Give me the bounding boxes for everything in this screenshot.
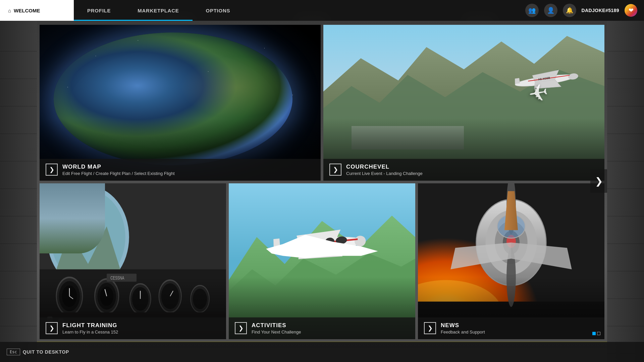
flight-training-label: ❯ FLIGHT TRAINING Learn to Fly in a Cess… — [40, 317, 226, 339]
svg-point-48 — [319, 241, 336, 250]
courchevel-title: COURCHEVEL — [346, 164, 423, 170]
hangar-left-wall — [0, 21, 37, 362]
bell-icon: 🔔 — [566, 7, 573, 14]
username-display: DADJOKE#5189 — [582, 8, 619, 13]
dot-1[interactable] — [592, 332, 596, 335]
bottom-bar: Esc QUIT TO DESKTOP — [0, 342, 644, 362]
flight-training-subtitle: Learn to Fly in a Cessna 152 — [62, 329, 118, 335]
chevron-right-icon: ❯ — [595, 176, 603, 187]
news-card[interactable]: ❯ NEWS Feedback and Support — [418, 183, 604, 339]
next-page-arrow[interactable]: ❯ — [590, 169, 607, 193]
flight-training-card[interactable]: CESSNA ❯ FLIGHT TRAINING Learn to Fly in… — [40, 183, 226, 339]
courchevel-label: ❯ COURCHEVEL Current Live Event - Landin… — [323, 159, 604, 181]
news-text: NEWS Feedback and Support — [441, 322, 485, 335]
world-map-subtitle: Edit Free Flight / Create Flight Plan / … — [62, 171, 175, 176]
nav-options-label: OPTIONS — [206, 8, 230, 13]
esc-key[interactable]: Esc — [7, 349, 20, 355]
courchevel-subtitle: Current Live Event - Landing Challenge — [346, 171, 423, 176]
activities-text: ACTIVITIES Find Your Next Challenge — [252, 322, 301, 335]
notifications-icon-button[interactable]: 🔔 — [563, 4, 576, 17]
svg-point-58 — [506, 183, 516, 234]
activities-subtitle: Find Your Next Challenge — [252, 329, 301, 335]
dot-2[interactable] — [597, 332, 600, 335]
nav-profile-tab[interactable]: PROFILE — [74, 0, 124, 21]
nav-welcome-tab[interactable]: ⌂ WELCOME — [0, 0, 74, 21]
profile-icon-button[interactable]: 👤 — [544, 4, 557, 17]
world-map-arrow-icon: ❯ — [46, 164, 58, 176]
courchevel-text: COURCHEVEL Current Live Event - Landing … — [346, 164, 423, 176]
nav-welcome-label: WELCOME — [14, 8, 40, 13]
quit-to-desktop-label: QUIT TO DESKTOP — [23, 349, 69, 355]
avatar[interactable]: ❤ — [625, 4, 637, 17]
flight-training-title: FLIGHT TRAINING — [62, 322, 118, 329]
nav-profile-label: PROFILE — [87, 8, 111, 13]
svg-marker-6 — [514, 78, 520, 84]
bottom-row: CESSNA ❯ FLIGHT TRAINING Learn to Fly in… — [40, 183, 604, 339]
top-navigation: ⌂ WELCOME PROFILE MARKETPLACE OPTIONS 👥 … — [0, 0, 644, 21]
nav-marketplace-label: MARKETPLACE — [138, 8, 179, 13]
world-map-card[interactable]: ❯ WORLD MAP Edit Free Flight / Create Fl… — [40, 25, 321, 181]
users-icon: 👥 — [528, 7, 536, 14]
activities-card[interactable]: ❯ ACTIVITIES Find Your Next Challenge — [229, 183, 415, 339]
user-icon: 👤 — [547, 7, 554, 14]
main-content: ❯ WORLD MAP Edit Free Flight / Create Fl… — [37, 21, 607, 342]
hangar-right-wall — [607, 21, 644, 362]
avatar-icon: ❤ — [629, 7, 634, 14]
flight-training-arrow-icon: ❯ — [46, 322, 58, 334]
flight-training-text: FLIGHT TRAINING Learn to Fly in a Cessna… — [62, 322, 118, 335]
news-arrow-icon: ❯ — [424, 322, 436, 334]
world-map-label: ❯ WORLD MAP Edit Free Flight / Create Fl… — [40, 159, 321, 181]
nav-marketplace-tab[interactable]: MARKETPLACE — [124, 0, 192, 21]
activities-arrow-icon: ❯ — [235, 322, 247, 334]
pagination-dots — [592, 332, 600, 335]
news-title: NEWS — [441, 322, 485, 329]
svg-marker-43 — [273, 238, 280, 249]
world-map-title: WORLD MAP — [62, 164, 175, 170]
news-subtitle: Feedback and Support — [441, 329, 485, 335]
nav-right-section: 👥 👤 🔔 DADJOKE#5189 ❤ — [525, 0, 644, 21]
top-row: ❯ WORLD MAP Edit Free Flight / Create Fl… — [40, 25, 604, 181]
activities-label: ❯ ACTIVITIES Find Your Next Challenge — [229, 317, 415, 339]
svg-point-62 — [497, 215, 525, 238]
courchevel-card[interactable]: AS-XGSB ❯ COURCHEVEL Current Live Event … — [323, 25, 604, 181]
courchevel-arrow-icon: ❯ — [329, 164, 341, 176]
activities-title: ACTIVITIES — [252, 322, 301, 329]
social-icon-button[interactable]: 👥 — [525, 4, 539, 17]
nav-options-tab[interactable]: OPTIONS — [193, 0, 244, 21]
news-label: ❯ NEWS Feedback and Support — [418, 317, 604, 339]
home-icon: ⌂ — [8, 8, 11, 13]
world-map-text: WORLD MAP Edit Free Flight / Create Flig… — [62, 164, 175, 176]
